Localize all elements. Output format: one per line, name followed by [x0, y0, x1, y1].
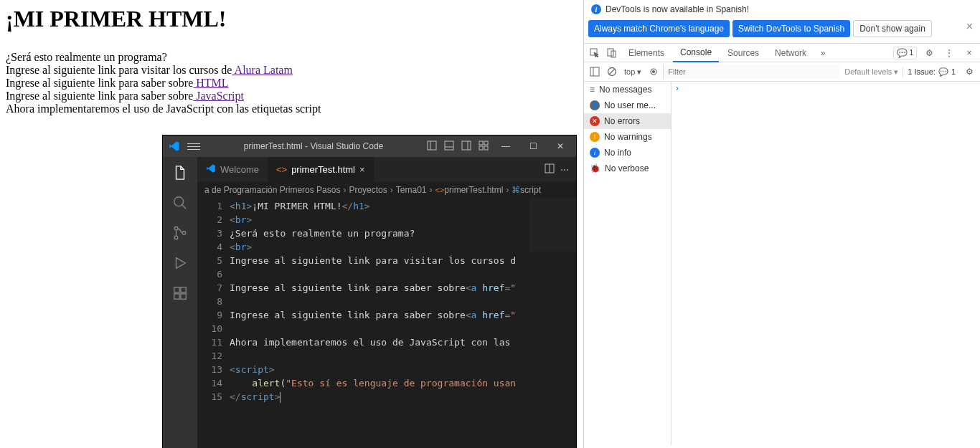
- devtools-language-banner: i DevTools is now available in Spanish!: [584, 0, 980, 19]
- svg-rect-3: [590, 67, 599, 76]
- dont-show-button[interactable]: Don't show again: [853, 20, 932, 37]
- close-tab-icon[interactable]: ×: [359, 164, 365, 175]
- log-levels-dropdown[interactable]: Default levels ▾: [842, 67, 901, 77]
- sidebar-toggle-icon[interactable]: [587, 64, 603, 80]
- tab-sources[interactable]: Sources: [720, 44, 766, 62]
- svg-rect-9: [428, 141, 436, 150]
- banner-text: DevTools is now available in Spanish!: [606, 4, 749, 14]
- svg-rect-28: [181, 294, 186, 299]
- minimap[interactable]: [529, 198, 576, 252]
- issues-summary[interactable]: 1 Issue:💬1: [903, 67, 960, 77]
- search-icon[interactable]: [171, 194, 189, 211]
- tab-primertest[interactable]: <>primerTest.html×: [268, 157, 374, 182]
- svg-rect-13: [462, 141, 471, 150]
- more-actions-icon[interactable]: ⋯: [560, 165, 569, 175]
- svg-rect-18: [484, 146, 488, 150]
- console-settings-icon[interactable]: ⚙: [961, 64, 977, 80]
- link-js[interactable]: JavaScript: [193, 90, 244, 102]
- svg-point-22: [174, 236, 178, 239]
- always-match-button[interactable]: Always match Chrome's language: [588, 20, 730, 37]
- code-lines[interactable]: <h1>¡MI PRIMER HTML!</h1> <br> ¿Será est…: [230, 198, 576, 448]
- tab-network[interactable]: Network: [768, 44, 814, 62]
- clear-console-icon[interactable]: [604, 64, 620, 80]
- breadcrumb[interactable]: a de Programación Primeros Pasos› Proyec…: [197, 182, 576, 198]
- editor-tabs: Welcome <>primerTest.html× ⋯: [197, 157, 576, 182]
- tab-welcome[interactable]: Welcome: [197, 157, 268, 182]
- minimize-button[interactable]: —: [496, 141, 516, 151]
- svg-marker-24: [176, 258, 186, 269]
- svg-rect-16: [484, 141, 488, 145]
- run-debug-icon[interactable]: [171, 254, 189, 272]
- page-text-2: Ingrese al siguiente link para visitar l…: [6, 64, 578, 77]
- svg-line-6: [609, 69, 615, 75]
- console-output[interactable]: ›: [672, 82, 980, 445]
- layout-icon[interactable]: [427, 140, 437, 153]
- line-gutter: 123456789101112131415: [197, 198, 230, 448]
- page-text-1: ¿Será esto realmente un programa?: [6, 51, 578, 64]
- sidebar-item-messages[interactable]: ≡No messages: [584, 82, 671, 97]
- page-text-3: Ingrese al siguiente link para saber sob…: [6, 77, 578, 90]
- sidebar-item-info[interactable]: iNo info: [584, 145, 671, 161]
- page-title: ¡MI PRIMER HTML!: [6, 6, 578, 32]
- devtools-tabstrip: Elements Console Sources Network » 💬1 ⚙ …: [584, 43, 980, 62]
- activity-bar: [163, 157, 197, 448]
- source-control-icon[interactable]: [171, 224, 189, 242]
- devtools-panel: i DevTools is now available in Spanish! …: [583, 0, 980, 448]
- settings-icon[interactable]: ⚙: [921, 45, 937, 61]
- link-alura[interactable]: Alura Latam: [232, 64, 292, 76]
- close-icon[interactable]: ×: [966, 20, 973, 33]
- split-editor-icon[interactable]: [545, 163, 555, 176]
- svg-point-19: [174, 197, 184, 206]
- vscode-logo-icon: [169, 140, 180, 152]
- extensions-icon[interactable]: [171, 285, 189, 302]
- svg-rect-11: [445, 141, 453, 150]
- link-html[interactable]: HTML: [193, 77, 228, 89]
- hamburger-menu-icon[interactable]: [187, 143, 200, 150]
- svg-point-21: [174, 227, 178, 230]
- close-devtools-icon[interactable]: ×: [961, 45, 977, 61]
- more-tabs-icon[interactable]: »: [815, 45, 831, 61]
- svg-line-20: [182, 205, 187, 209]
- layout-grid-icon[interactable]: [479, 140, 489, 153]
- svg-rect-27: [174, 294, 179, 299]
- tab-console[interactable]: Console: [673, 44, 719, 62]
- kebab-menu-icon[interactable]: ⋮: [941, 45, 957, 61]
- sidebar-item-errors[interactable]: ✕No errors: [584, 113, 671, 129]
- sidebar-item-user[interactable]: 👤No user me...: [584, 97, 671, 113]
- page-text-4: Ingrese al siguiente link para saber sob…: [6, 90, 578, 103]
- maximize-button[interactable]: ☐: [523, 141, 543, 151]
- close-button[interactable]: ✕: [550, 141, 570, 151]
- svg-point-8: [653, 71, 655, 73]
- svg-point-23: [182, 232, 186, 235]
- vscode-window: primerTest.html - Visual Studio Code — ☐…: [163, 135, 576, 448]
- svg-rect-15: [479, 141, 483, 145]
- info-icon: i: [591, 4, 601, 14]
- sidebar-item-verbose[interactable]: 🐞No verbose: [584, 161, 671, 176]
- svg-rect-25: [174, 287, 179, 292]
- svg-rect-1: [608, 49, 613, 56]
- console-toolbar: top▾ Default levels ▾ 1 Issue:💬1 ⚙: [584, 62, 980, 82]
- explorer-icon[interactable]: [171, 164, 189, 181]
- switch-language-button[interactable]: Switch DevTools to Spanish: [732, 20, 850, 37]
- console-sidebar: ≡No messages 👤No user me... ✕No errors !…: [584, 82, 672, 445]
- layout-bottom-icon[interactable]: [444, 140, 454, 153]
- vscode-titlebar[interactable]: primerTest.html - Visual Studio Code — ☐…: [163, 135, 576, 157]
- page-text-5: Ahora implementaremos el uso de JavaScri…: [6, 103, 578, 115]
- inspect-icon[interactable]: [587, 45, 603, 61]
- svg-rect-17: [479, 146, 483, 150]
- context-dropdown[interactable]: top▾: [621, 67, 644, 77]
- sidebar-item-warnings[interactable]: !No warnings: [584, 129, 671, 145]
- language-button-row: Always match Chrome's language Switch De…: [584, 19, 980, 43]
- code-editor[interactable]: 123456789101112131415 <h1>¡MI PRIMER HTM…: [197, 198, 576, 448]
- issues-indicator[interactable]: 💬1: [893, 47, 917, 59]
- filter-input[interactable]: [663, 65, 840, 79]
- live-expression-icon[interactable]: [646, 64, 661, 80]
- device-toggle-icon[interactable]: [604, 45, 620, 61]
- layout-right-icon[interactable]: [461, 140, 471, 153]
- svg-rect-26: [181, 287, 186, 292]
- window-title: primerTest.html - Visual Studio Code: [207, 141, 420, 151]
- tab-elements[interactable]: Elements: [621, 44, 672, 62]
